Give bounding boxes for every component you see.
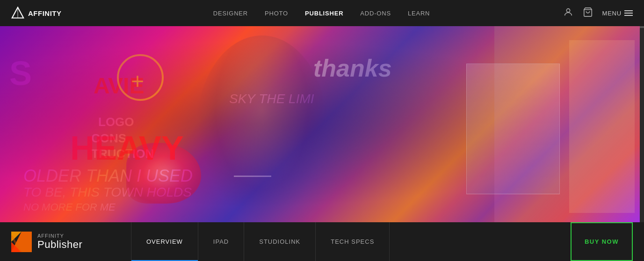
nav-link-designer[interactable]: DESIGNER xyxy=(213,10,248,17)
bottom-nav-techspecs[interactable]: TECH SPECS xyxy=(316,222,390,261)
menu-label: MENU xyxy=(602,10,622,17)
spacer xyxy=(390,222,559,261)
hero-art: + S AVIE HEAVY LOGO CONS TRUCTION Sky th… xyxy=(0,26,644,222)
face-overlay xyxy=(196,35,327,222)
nav-link-photo[interactable]: PHOTO xyxy=(265,10,288,17)
bottom-nav: OVERVIEW IPAD STUDIOLINK TECH SPECS BUY … xyxy=(131,222,644,261)
nav-logo[interactable]: AFFINITY xyxy=(11,7,62,20)
bottom-nav-ipad[interactable]: IPAD xyxy=(198,222,244,261)
nav-link-publisher[interactable]: PUBLISHER xyxy=(305,10,343,17)
nav-link-addons[interactable]: ADD-ONS xyxy=(360,10,391,17)
product-brand: AFFINITY Publisher xyxy=(0,232,131,252)
art-text-thanks: thanks xyxy=(313,54,392,82)
hero-section: + S AVIE HEAVY LOGO CONS TRUCTION Sky th… xyxy=(0,26,644,222)
art-text-cons: CONS xyxy=(91,131,126,146)
art-text-older2: to be, this town holds xyxy=(23,185,192,200)
main-nav: AFFINITY DESIGNER PHOTO PUBLISHER ADD-ON… xyxy=(0,0,644,26)
art-text-older: older than i used xyxy=(23,166,193,186)
product-name-group: AFFINITY Publisher xyxy=(37,233,82,251)
user-icon[interactable] xyxy=(563,7,573,20)
nav-link-learn[interactable]: LEARN xyxy=(408,10,430,17)
art-text-2: AVIE xyxy=(94,73,144,99)
svg-point-2 xyxy=(566,8,570,12)
nav-right: MENU xyxy=(563,7,633,20)
bottom-nav-overview[interactable]: OVERVIEW xyxy=(131,222,198,261)
nav-links: DESIGNER PHOTO PUBLISHER ADD-ONS LEARN xyxy=(80,10,563,17)
art-text-logo: LOGO xyxy=(98,115,134,129)
bottom-nav-studiolink[interactable]: STUDIOLINK xyxy=(244,222,316,261)
art-text-older3: no more for me xyxy=(23,201,116,213)
art-text-sky: Sky the limi xyxy=(229,92,314,106)
nav-menu[interactable]: MENU xyxy=(602,10,633,17)
scan-line xyxy=(234,176,271,177)
publisher-icon xyxy=(11,232,32,252)
product-company: AFFINITY xyxy=(37,233,82,239)
bottom-bar: AFFINITY Publisher OVERVIEW IPAD STUDIOL… xyxy=(0,222,644,261)
art-text-1: S xyxy=(9,54,32,92)
cart-icon[interactable] xyxy=(583,7,593,20)
affinity-logo-icon xyxy=(11,7,24,20)
buy-now-button[interactable]: BUY NOW xyxy=(571,222,633,261)
product-name: Publisher xyxy=(37,239,82,251)
art-text-truction: TRUCTION xyxy=(91,147,154,161)
right-panel-overlay xyxy=(494,26,644,222)
menu-lines-icon xyxy=(624,10,633,16)
nav-logo-text: AFFINITY xyxy=(28,9,62,17)
